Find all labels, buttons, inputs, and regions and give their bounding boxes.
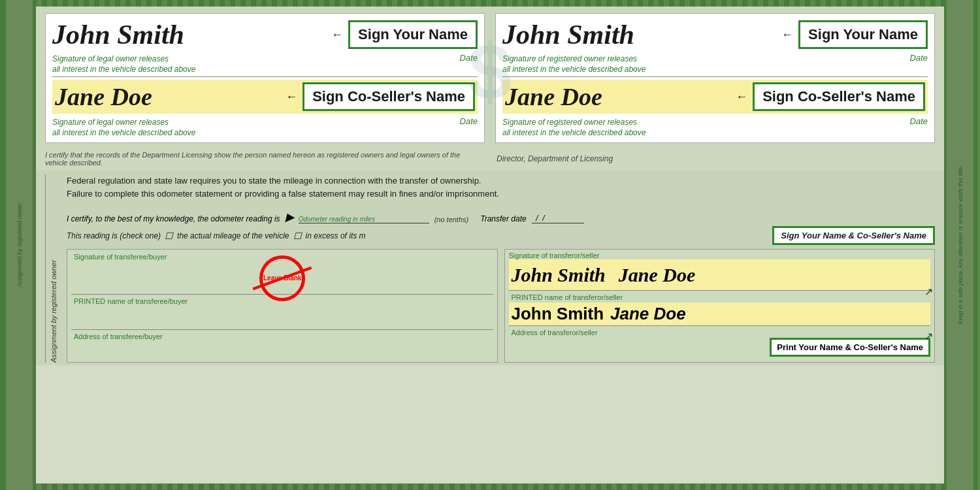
assignment-content: Federal regulation and state law require… <box>67 174 935 363</box>
co-date-label-left: Date <box>460 116 478 126</box>
coseller-label-text1-left: Signature of legal owner releases <box>52 118 195 127</box>
co-date-label-right: Date <box>910 116 928 126</box>
owner-label-text2-left: all interest in the vehicle described ab… <box>52 65 195 74</box>
left-signature-panel: John Smith ← Sign Your Name Signature of… <box>45 13 485 143</box>
transferor-address-label: Address of transferor/seller <box>509 327 931 338</box>
transferor-sig-jane: Jane Doe <box>619 264 695 286</box>
transferor-col: Signature of transferor/seller John Smit… <box>504 249 936 363</box>
document-area: $ John Smith ← Sign Your Name Signature … <box>36 7 944 483</box>
coseller-label-text1-right: Signature of registered owner releases <box>502 118 645 127</box>
sign-coseller-button-left[interactable]: Sign Co-Seller's Name <box>302 82 475 111</box>
transferee-col: Signature of transferee/buyer Leave Blan… <box>67 249 498 363</box>
leave-blank-circle: Leave Blank <box>255 252 308 304</box>
owner-label-text1-right: Signature of registered owner releases <box>502 54 645 63</box>
coseller-signature-right: Jane Doe <box>505 82 730 111</box>
coseller-label-left: Signature of legal owner releases all in… <box>52 116 195 137</box>
sign-your-name-button-right[interactable]: Sign Your Name <box>798 20 928 49</box>
coseller-sig-row-right: Jane Doe ← Sign Co-Seller's Name <box>502 80 928 114</box>
cert-text-left: I certify that the records of the Depart… <box>45 151 483 167</box>
side-text-left: Assignment by registered owner <box>7 0 33 490</box>
assignment-vertical-label: Assignment by registered owner <box>45 174 57 363</box>
print-name-coseller-button[interactable]: Print Your Name & Co-Seller's Name <box>770 338 930 357</box>
leave-blank-container: Leave Blank <box>259 255 305 301</box>
transferor-printed-john: John Smith <box>512 304 604 324</box>
arrow-left-owner: ← <box>331 28 343 42</box>
transferee-printed-field[interactable] <box>71 306 493 330</box>
sign-coseller-button-right[interactable]: Sign Co-Seller's Name <box>753 82 925 111</box>
transferor-address-row: Print Your Name & Co-Seller's Name <box>509 338 931 357</box>
federal-reg-text: Federal regulation and state law require… <box>67 174 935 200</box>
owner-label-right: Signature of registered owner releases a… <box>502 53 645 74</box>
transferor-sig-label: Signature of transferor/seller <box>509 252 600 259</box>
checkbox-excess[interactable]: ☐ <box>293 231 302 241</box>
odometer-sublabel: Odometer reading in miles <box>299 216 429 223</box>
checkbox-actual[interactable]: ☐ <box>165 231 173 241</box>
transferor-printed-jane: Jane Doe <box>610 304 686 324</box>
sign-your-name-button-left[interactable]: Sign Your Name <box>348 20 478 49</box>
odometer-value <box>299 204 429 216</box>
transferee-address-label: Address of transferee/buyer <box>71 331 493 342</box>
owner-label-left: Signature of legal owner releases all in… <box>52 53 195 74</box>
coseller-signature-left: Jane Doe <box>55 82 280 111</box>
transfer-date-label: Transfer date <box>480 214 526 223</box>
arrow-right-owner: ← <box>781 28 793 42</box>
transferee-sig-field[interactable]: Leave Blank <box>71 262 493 295</box>
side-label-right: Keep in a safe place. Any alteration or … <box>957 165 964 325</box>
leave-blank-text: Leave Blank <box>263 274 301 282</box>
owner-signature-right: John Smith <box>502 19 776 50</box>
coseller-label-right: Signature of registered owner releases a… <box>502 116 645 137</box>
arrow-sign-overlay: ↗ <box>924 286 933 298</box>
arrow-right-coseller: ← <box>736 90 747 104</box>
owner-label-row-right: Signature of registered owner releases a… <box>502 53 928 74</box>
owner-sig-row-left: John Smith ← Sign Your Name <box>52 19 478 50</box>
coseller-label-row-right: Signature of registered owner releases a… <box>502 116 928 137</box>
arrow-left-coseller: ← <box>286 90 297 104</box>
coseller-label-row-left: Signature of legal owner releases all in… <box>52 116 478 137</box>
side-label-left: Assignment by registered owner <box>16 203 23 287</box>
date-label-right: Date <box>910 53 928 63</box>
coseller-label-text2-right: all interest in the vehicle described ab… <box>502 128 645 137</box>
arrow-odometer: ▶ <box>286 211 293 223</box>
coseller-label-text2-left: all interest in the vehicle described ab… <box>52 128 195 137</box>
side-text-right: Keep in a safe place. Any alteration or … <box>947 0 973 490</box>
transferee-address-field[interactable] <box>71 342 493 360</box>
arrow-print-overlay: ↗ <box>924 330 933 342</box>
assignment-outer: Assignment by registered owner Federal r… <box>36 171 944 365</box>
transferor-printed-field[interactable]: John Smith Jane Doe <box>509 302 931 326</box>
transferor-sig-header: Signature of transferor/seller <box>509 252 931 259</box>
mileage-row: This reading is (check one) ☐ the actual… <box>67 226 935 245</box>
coseller-sig-row-left: Jane Doe ← Sign Co-Seller's Name <box>52 80 478 114</box>
odometer-input: Odometer reading in miles <box>299 204 429 223</box>
sign-name-coseller-button[interactable]: Sign Your Name & Co-Seller's Name <box>772 226 935 245</box>
right-signature-panel: John Smith ← Sign Your Name Signature of… <box>495 13 935 143</box>
transferor-printed-label: PRINTED name of transferor/seller <box>509 292 931 302</box>
cert-text-right: Director, Department of Licensing <box>497 151 935 167</box>
date-label-left: Date <box>460 53 478 63</box>
transferor-sig-john: John Smith <box>512 264 606 286</box>
no-tenths-label: (no tenths) <box>434 216 469 223</box>
owner-sig-row-right: John Smith ← Sign Your Name <box>502 19 928 50</box>
two-col-bottom: Signature of transferee/buyer Leave Blan… <box>67 249 935 363</box>
transferor-sig-field[interactable]: John Smith Jane Doe <box>509 259 931 291</box>
certification-section: I certify that the records of the Depart… <box>36 147 944 171</box>
owner-label-text2-right: all interest in the vehicle described ab… <box>502 65 645 74</box>
odometer-row: I certify, to the best of my knowledge, … <box>67 204 935 223</box>
owner-signature-left: John Smith <box>52 19 326 50</box>
owner-label-text1-left: Signature of legal owner releases <box>52 54 195 63</box>
owner-label-row-left: Signature of legal owner releases all in… <box>52 53 478 74</box>
